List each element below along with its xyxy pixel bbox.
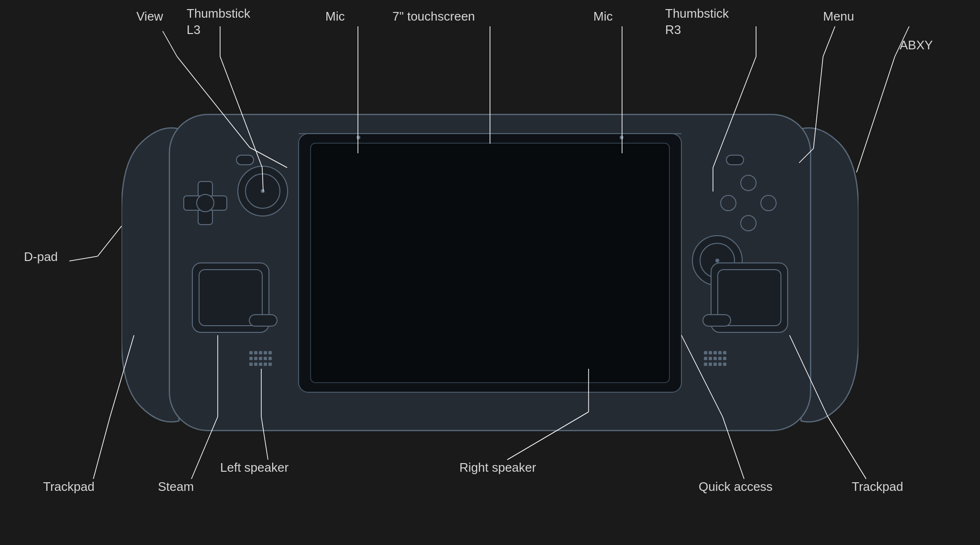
svg-rect-45: [709, 357, 712, 360]
svg-rect-51: [713, 363, 717, 366]
svg-rect-47: [718, 357, 722, 360]
svg-rect-35: [726, 155, 744, 165]
svg-rect-49: [704, 363, 707, 366]
svg-rect-23: [249, 363, 253, 366]
label-dpad: D-pad: [24, 249, 58, 265]
label-quick-access: Quick access: [699, 479, 773, 495]
svg-rect-52: [718, 363, 722, 366]
svg-rect-39: [704, 351, 707, 354]
svg-rect-15: [259, 351, 262, 354]
svg-point-54: [356, 136, 360, 139]
svg-rect-43: [723, 351, 726, 354]
svg-line-80: [93, 417, 110, 479]
svg-line-77: [857, 57, 895, 172]
svg-rect-13: [249, 351, 253, 354]
svg-rect-48: [723, 357, 726, 360]
svg-line-61: [163, 31, 177, 57]
svg-rect-17: [268, 351, 272, 354]
svg-point-55: [620, 136, 624, 139]
svg-rect-27: [268, 363, 272, 366]
svg-point-34: [715, 259, 719, 262]
svg-rect-20: [259, 357, 262, 360]
svg-rect-42: [718, 351, 722, 354]
label-thumbstick-r3: Thumbstick R3: [665, 6, 729, 38]
diagram-container: .dev-stroke { stroke: #5a6a7a; stroke-wi…: [0, 0, 980, 545]
svg-rect-14: [254, 351, 257, 354]
label-mic-left: Mic: [325, 9, 345, 25]
svg-rect-38: [703, 315, 731, 326]
label-thumbstick-l3: Thumbstick L3: [187, 6, 250, 38]
svg-line-58: [69, 256, 98, 261]
svg-point-8: [261, 189, 265, 193]
svg-line-76: [823, 26, 835, 57]
svg-line-57: [98, 226, 122, 256]
svg-point-5: [197, 194, 214, 212]
svg-rect-9: [236, 155, 254, 165]
label-touchscreen: 7" touchscreen: [392, 9, 475, 25]
label-mic-right: Mic: [593, 9, 612, 25]
svg-rect-19: [254, 357, 257, 360]
svg-rect-44: [704, 357, 707, 360]
label-left-speaker: Left speaker: [220, 460, 289, 476]
svg-rect-16: [264, 351, 267, 354]
svg-rect-40: [709, 351, 712, 354]
label-menu: Menu: [823, 9, 854, 25]
svg-rect-12: [249, 315, 277, 326]
svg-rect-18: [249, 357, 253, 360]
svg-rect-53: [723, 363, 726, 366]
label-trackpad-right: Trackpad: [852, 479, 903, 495]
svg-rect-25: [259, 363, 262, 366]
device-illustration: .dev-stroke { stroke: #5a6a7a; stroke-wi…: [122, 76, 858, 469]
svg-rect-2: [311, 143, 669, 383]
svg-rect-46: [713, 357, 717, 360]
svg-rect-50: [709, 363, 712, 366]
svg-rect-22: [268, 357, 272, 360]
label-trackpad-left: Trackpad: [43, 479, 94, 495]
label-view: View: [136, 9, 163, 25]
label-steam: Steam: [158, 479, 194, 495]
svg-rect-21: [264, 357, 267, 360]
svg-rect-41: [713, 351, 717, 354]
svg-rect-26: [264, 363, 267, 366]
label-abxy: ABXY: [900, 37, 933, 54]
label-right-speaker: Right speaker: [459, 460, 536, 476]
svg-rect-24: [254, 363, 257, 366]
